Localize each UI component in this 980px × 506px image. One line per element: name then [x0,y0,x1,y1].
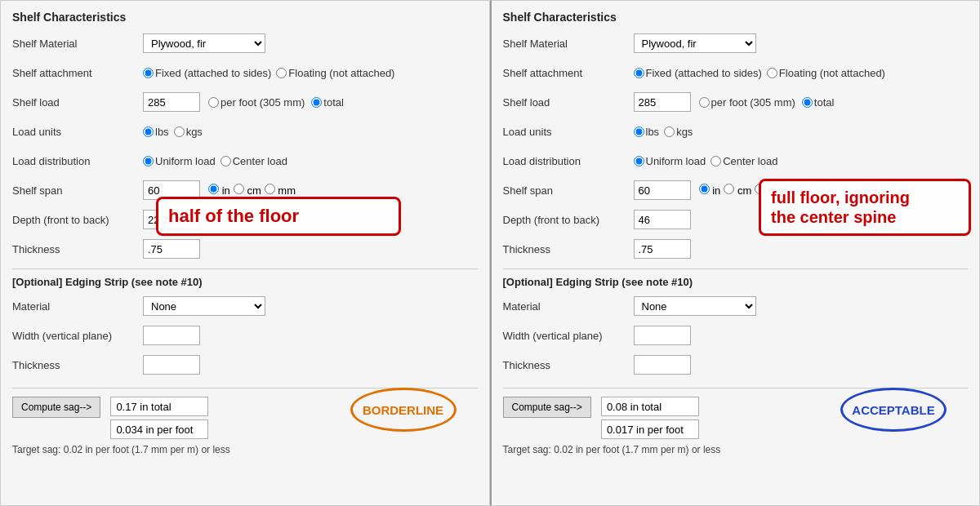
right-uniform-label: Uniform load [646,155,706,167]
right-opt-width-label: Width (vertical plane) [503,330,634,342]
left-depth-input[interactable] [143,210,200,229]
left-per-foot-radio-label[interactable]: per foot (305 mm) [208,96,305,109]
left-uniform-radio-label[interactable]: Uniform load [143,155,216,167]
right-load-units-options: lbs kgs [634,126,693,138]
right-mm-radio[interactable] [755,184,765,194]
right-fixed-radio-label[interactable]: Fixed (attached to sides) [634,67,762,79]
right-lbs-label: lbs [646,126,660,138]
right-span-units: in cm mm [699,184,786,197]
right-shelf-load-input[interactable] [634,92,691,112]
right-opt-thickness-input[interactable] [634,355,691,375]
right-in-radio[interactable] [699,184,710,194]
left-in-radio[interactable] [208,184,219,194]
right-kgs-radio[interactable] [664,126,675,137]
right-lbs-radio[interactable] [634,126,644,137]
right-opt-material-row: Material None [503,295,969,317]
left-center-radio[interactable] [220,156,231,166]
right-opt-width-input[interactable] [634,326,691,345]
left-cm-radio-label[interactable]: cm [234,184,261,197]
left-kgs-radio-label[interactable]: kgs [174,126,203,138]
left-depth-label: Depth (front to back) [12,214,143,226]
right-depth-row: Depth (front to back) [503,208,969,231]
left-cm-radio[interactable] [234,184,244,194]
right-floating-radio[interactable] [767,68,777,78]
right-fixed-label: Fixed (attached to sides) [646,67,762,79]
left-floating-radio[interactable] [276,68,287,78]
right-shelf-material-label: Shelf Material [503,38,634,50]
left-floating-radio-label[interactable]: Floating (not attached) [276,67,394,79]
left-kgs-radio[interactable] [174,126,185,137]
left-opt-material-select[interactable]: None [143,296,265,316]
left-result1: 0.17 in total [110,397,208,416]
right-shelf-span-label: Shelf span [503,184,634,197]
left-kgs-label: kgs [186,126,203,138]
left-fixed-radio[interactable] [143,68,154,78]
right-depth-label: Depth (front to back) [503,214,634,226]
right-kgs-radio-label[interactable]: kgs [664,126,693,138]
right-depth-input[interactable] [634,210,691,229]
right-compute-button[interactable]: Compute sag--> [503,397,591,418]
right-in-label: in [712,184,720,197]
right-optional-section: [Optional] Edging Strip (see note #10) M… [503,269,969,376]
right-per-foot-text: per foot (305 mm) [711,96,795,109]
right-mm-radio-label[interactable]: mm [755,184,786,197]
left-lbs-radio-label[interactable]: lbs [143,126,169,138]
right-cm-radio-label[interactable]: cm [724,184,751,197]
right-shelf-span-input[interactable] [634,180,691,200]
right-total-radio[interactable] [802,97,813,108]
left-depth-row: Depth (front to back) [12,208,478,231]
right-floating-radio-label[interactable]: Floating (not attached) [767,67,885,79]
left-fixed-label: Fixed (attached to sides) [155,67,271,79]
left-fixed-radio-label[interactable]: Fixed (attached to sides) [143,67,271,79]
left-total-radio-label[interactable]: total [311,96,344,109]
right-compute-row: Compute sag--> 0.08 in total 0.017 in pe… [503,397,969,439]
right-panel: Shelf Characteristics Shelf Material Ply… [490,0,981,506]
left-uniform-radio[interactable] [143,156,154,166]
right-thickness-label: Thickness [503,243,634,255]
left-cm-label: cm [247,184,261,197]
right-uniform-radio[interactable] [634,156,644,166]
left-lbs-radio[interactable] [143,126,154,137]
right-load-dist-row: Load distribution Uniform load Center lo… [503,149,969,172]
left-shelf-attachment-row: Shelf attachment Fixed (attached to side… [12,61,478,84]
right-total-radio-label[interactable]: total [802,96,835,109]
right-load-dist-label: Load distribution [503,155,634,167]
left-thickness-input[interactable] [143,239,200,259]
left-compute-button[interactable]: Compute sag--> [12,397,100,418]
right-shelf-load-row: Shelf load per foot (305 mm) total [503,91,969,113]
left-opt-width-input[interactable] [143,326,200,345]
right-center-radio-label[interactable]: Center load [710,155,777,167]
right-center-label: Center load [723,155,777,167]
left-per-foot-radio[interactable] [208,97,219,108]
right-per-foot-radio-label[interactable]: per foot (305 mm) [699,96,795,109]
left-in-radio-label[interactable]: in [208,184,230,197]
right-lbs-radio-label[interactable]: lbs [634,126,660,138]
left-lbs-label: lbs [155,126,169,138]
left-mm-radio-label[interactable]: mm [265,184,296,197]
left-results: 0.17 in total 0.034 in per foot [110,397,208,439]
right-opt-material-select[interactable]: None [634,296,756,316]
left-load-units-label: Load units [12,126,143,138]
right-attachment-options: Fixed (attached to sides) Floating (not … [634,67,885,79]
right-in-radio-label[interactable]: in [699,184,721,197]
right-per-foot-radio[interactable] [699,97,710,108]
left-shelf-load-input[interactable] [143,92,200,112]
left-mm-radio[interactable] [265,184,275,194]
right-thickness-input[interactable] [634,239,691,259]
right-floating-label: Floating (not attached) [779,67,885,79]
left-per-foot-group: per foot (305 mm) total [208,96,344,109]
right-uniform-radio-label[interactable]: Uniform load [634,155,706,167]
right-shelf-material-select[interactable]: Plywood, fir [634,33,756,53]
left-per-foot-text: per foot (305 mm) [220,96,305,109]
left-total-radio[interactable] [311,97,322,108]
left-floating-label: Floating (not attached) [288,67,394,79]
left-center-radio-label[interactable]: Center load [220,155,287,167]
left-opt-thickness-input[interactable] [143,355,200,375]
left-shelf-attachment-label: Shelf attachment [12,67,143,79]
right-center-radio[interactable] [710,156,721,166]
right-fixed-radio[interactable] [634,68,644,78]
right-cm-radio[interactable] [724,184,734,194]
left-shelf-span-input[interactable] [143,180,200,200]
left-optional-section: [Optional] Edging Strip (see note #10) M… [12,269,478,376]
left-shelf-material-select[interactable]: Plywood, fir [143,33,265,53]
